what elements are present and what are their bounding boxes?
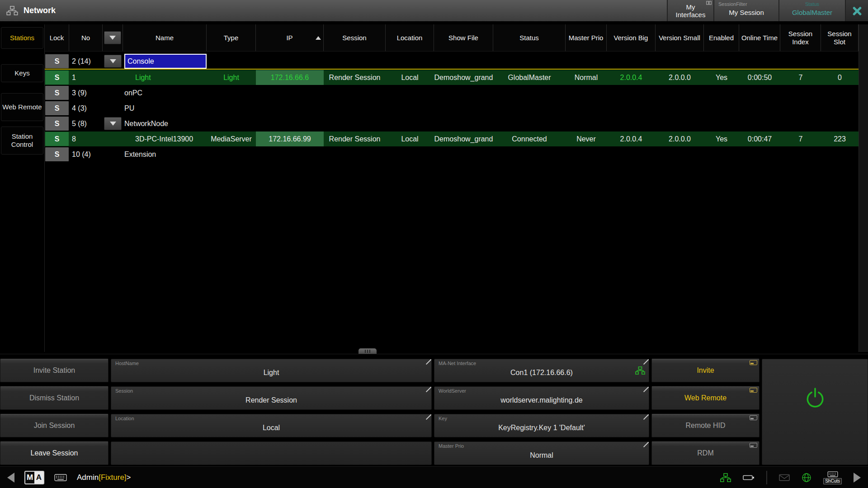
cell-name[interactable]: 3D-PC-Intel13900 bbox=[123, 131, 207, 146]
cell-lock[interactable]: S bbox=[45, 131, 69, 146]
cell-location[interactable]: Local bbox=[386, 70, 434, 85]
cell-online_time[interactable] bbox=[739, 116, 780, 131]
cell-version_small[interactable] bbox=[656, 116, 704, 131]
cell-version_small[interactable] bbox=[656, 54, 704, 69]
location-field[interactable]: Location Local bbox=[111, 414, 432, 437]
cell-session_index[interactable]: 7 bbox=[780, 131, 821, 146]
column-header-expander[interactable] bbox=[103, 24, 123, 51]
cell-lock[interactable]: S bbox=[45, 101, 69, 116]
sidebar-tab-web-remote[interactable]: Web Remote bbox=[1, 93, 43, 121]
cell-enabled[interactable] bbox=[704, 101, 739, 116]
cell-session_index[interactable] bbox=[780, 85, 821, 100]
column-header-version_big[interactable]: Version Big bbox=[607, 24, 656, 51]
cell-session_index[interactable] bbox=[780, 54, 821, 69]
cell-master_prio[interactable]: Normal bbox=[566, 70, 607, 85]
column-header-enabled[interactable]: Enabled bbox=[704, 24, 739, 51]
column-header-type[interactable]: Type bbox=[207, 24, 256, 51]
cell-type[interactable] bbox=[207, 101, 256, 116]
cell-version_big[interactable]: 2.0.0.4 bbox=[607, 131, 656, 146]
cell-ip[interactable] bbox=[256, 54, 324, 69]
cell-version_small[interactable]: 2.0.0.0 bbox=[656, 131, 704, 146]
cell-location[interactable] bbox=[386, 147, 434, 162]
globe-icon[interactable] bbox=[802, 473, 811, 483]
network-status-icon[interactable] bbox=[720, 473, 731, 482]
cell-no[interactable]: 10 (4) bbox=[69, 147, 103, 162]
cell-session[interactable] bbox=[324, 85, 386, 100]
cell-type[interactable] bbox=[207, 116, 256, 131]
column-header-status[interactable]: Status bbox=[493, 24, 566, 51]
remote-hid-button[interactable]: Remote HID bbox=[651, 414, 760, 437]
cell-enabled[interactable] bbox=[704, 54, 739, 69]
cell-ip[interactable]: 172.16.66.6 bbox=[256, 70, 324, 85]
cell-session_index[interactable] bbox=[780, 101, 821, 116]
cell-master_prio[interactable]: Never bbox=[566, 131, 607, 146]
hostname-field[interactable]: HostName Light bbox=[111, 359, 432, 382]
collapse-group-button[interactable] bbox=[104, 55, 122, 68]
column-header-version_small[interactable]: Version Small bbox=[656, 24, 704, 51]
column-header-online_time[interactable]: Online Time bbox=[739, 24, 780, 51]
cell-name[interactable]: Console bbox=[123, 54, 207, 69]
column-header-show_file[interactable]: Show File bbox=[434, 24, 493, 51]
next-arrow-button[interactable] bbox=[854, 473, 861, 483]
cell-session[interactable] bbox=[324, 147, 386, 162]
cell-version_big[interactable]: 2.0.0.4 bbox=[607, 70, 656, 85]
table-row-networknode[interactable]: S5 (8)NetworkNode bbox=[45, 116, 859, 131]
cell-show_file[interactable] bbox=[434, 101, 493, 116]
command-line-input[interactable]: Admin[Fixture]> bbox=[77, 473, 131, 482]
ma-logo[interactable]: M A bbox=[24, 471, 44, 484]
cell-name[interactable]: onPC bbox=[123, 85, 207, 100]
column-header-ip[interactable]: IP bbox=[256, 24, 324, 51]
session-field[interactable]: Session Render Session bbox=[111, 386, 432, 410]
cell-session_slot[interactable] bbox=[821, 101, 859, 116]
cell-status[interactable] bbox=[493, 147, 566, 162]
cell-enabled[interactable] bbox=[704, 85, 739, 100]
cell-show_file[interactable] bbox=[434, 116, 493, 131]
cell-expander[interactable] bbox=[103, 70, 123, 85]
cell-version_big[interactable] bbox=[607, 85, 656, 100]
keyboard-icon[interactable] bbox=[54, 474, 67, 482]
status-button[interactable]: Status GlobalMaster bbox=[778, 0, 845, 21]
cell-ip[interactable] bbox=[256, 85, 324, 100]
cell-ip[interactable] bbox=[256, 101, 324, 116]
cell-online_time[interactable]: 0:00:50 bbox=[739, 70, 780, 85]
sidebar-tab-keys[interactable]: Keys bbox=[1, 64, 43, 82]
expand-all-button[interactable] bbox=[104, 31, 121, 44]
cell-show_file[interactable] bbox=[434, 85, 493, 100]
table-row-pu[interactable]: S4 (3)PU bbox=[45, 101, 859, 116]
cell-status[interactable] bbox=[493, 116, 566, 131]
cell-lock[interactable]: S bbox=[45, 70, 69, 85]
cell-type[interactable]: Light bbox=[207, 70, 256, 85]
master-prio-field[interactable]: Master Prio Normal bbox=[434, 441, 649, 465]
shortcuts-button[interactable]: ShCuts bbox=[823, 471, 842, 484]
cell-session_slot[interactable]: 0 bbox=[821, 70, 859, 85]
column-header-master_prio[interactable]: Master Prio bbox=[566, 24, 607, 51]
cell-online_time[interactable] bbox=[739, 54, 780, 69]
cell-version_small[interactable] bbox=[656, 101, 704, 116]
cell-name[interactable]: Light bbox=[123, 70, 207, 85]
cell-status[interactable]: Connected bbox=[493, 131, 566, 146]
invite-station-button[interactable]: Invite Station bbox=[0, 359, 108, 382]
vertical-scrollbar[interactable] bbox=[859, 24, 868, 352]
cell-master_prio[interactable] bbox=[566, 101, 607, 116]
cell-ip[interactable] bbox=[256, 147, 324, 162]
cell-master_prio[interactable] bbox=[566, 85, 607, 100]
invite-button[interactable]: Invite bbox=[651, 359, 760, 382]
cell-no[interactable]: 1 bbox=[69, 70, 103, 85]
cell-show_file[interactable]: Demoshow_grand bbox=[434, 131, 493, 146]
cell-no[interactable]: 8 bbox=[69, 131, 103, 146]
cell-session_index[interactable] bbox=[780, 116, 821, 131]
cell-lock[interactable]: S bbox=[45, 85, 69, 100]
cell-ip[interactable]: 172.16.66.99 bbox=[256, 131, 324, 146]
cell-type[interactable] bbox=[207, 147, 256, 162]
column-header-location[interactable]: Location bbox=[386, 24, 434, 51]
cell-online_time[interactable] bbox=[739, 101, 780, 116]
cell-expander[interactable] bbox=[103, 131, 123, 146]
cell-master_prio[interactable] bbox=[566, 54, 607, 69]
cell-version_big[interactable] bbox=[607, 116, 656, 131]
cell-version_small[interactable] bbox=[656, 147, 704, 162]
cell-status[interactable] bbox=[493, 101, 566, 116]
ma-net-interface-field[interactable]: MA-Net Interface Con1 (172.16.66.6) bbox=[434, 359, 649, 382]
cell-location[interactable]: Local bbox=[386, 131, 434, 146]
cell-master_prio[interactable] bbox=[566, 147, 607, 162]
cell-expander[interactable] bbox=[103, 54, 123, 69]
